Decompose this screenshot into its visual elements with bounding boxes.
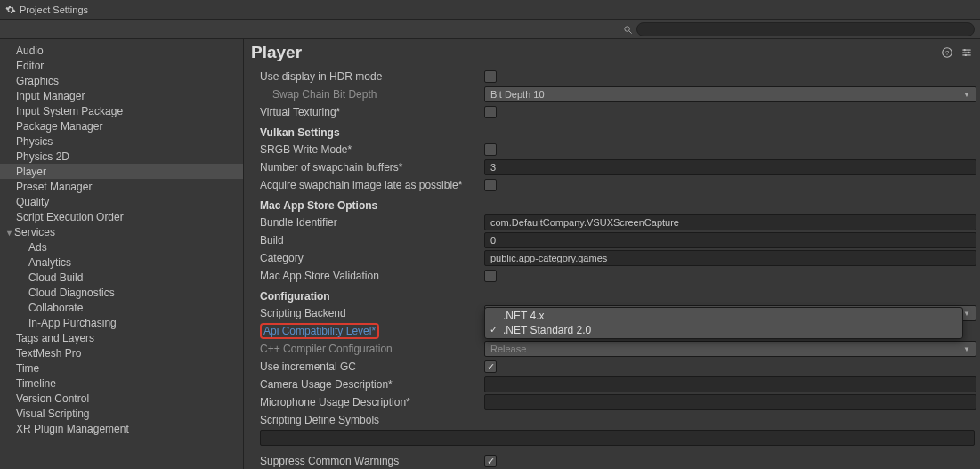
sidebar-item-audio[interactable]: Audio — [0, 43, 243, 58]
cpp-config-label: C++ Compiler Configuration — [260, 343, 484, 355]
chevron-down-icon: ▼ — [963, 91, 970, 99]
svg-point-8 — [968, 52, 969, 53]
gear-icon — [5, 4, 16, 15]
api-compat-dropdown: .NET 4.x.NET Standard 2.0 — [484, 307, 963, 339]
cpp-config-select: Release▼ — [484, 341, 976, 357]
mic-desc-input[interactable] — [484, 394, 976, 410]
sidebar-item-preset-manager[interactable]: Preset Manager — [0, 179, 243, 194]
sidebar-item-analytics[interactable]: Analytics — [0, 255, 243, 270]
svg-point-9 — [965, 54, 967, 56]
camera-desc-label: Camera Usage Description* — [260, 378, 484, 391]
svg-point-7 — [964, 49, 966, 51]
srgb-checkbox[interactable] — [484, 143, 497, 156]
api-compat-label: Api Compatibility Level* — [260, 323, 484, 339]
swapchain-buffers-label: Number of swapchain buffers* — [260, 161, 484, 174]
api-option--net-standard-2-0[interactable]: .NET Standard 2.0 — [485, 323, 962, 337]
expand-icon[interactable]: ▼ — [5, 229, 14, 238]
sidebar-item-tags-and-layers[interactable]: Tags and Layers — [0, 330, 243, 345]
category-input[interactable] — [484, 250, 976, 266]
use-hdr-checkbox[interactable] — [484, 70, 497, 83]
sidebar-item-xr-plugin-management[interactable]: XR Plugin Management — [0, 421, 243, 436]
sidebar-item-physics[interactable]: Physics — [0, 133, 243, 149]
sidebar-item-ads[interactable]: Ads — [0, 239, 243, 255]
swapchain-buffers-input[interactable] — [484, 159, 976, 175]
swap-chain-label: Swap Chain Bit Depth — [260, 88, 484, 101]
chevron-down-icon: ▼ — [963, 310, 970, 318]
bundle-id-label: Bundle Identifier — [260, 216, 484, 229]
virtual-texturing-label: Virtual Texturing* — [260, 106, 484, 118]
chevron-down-icon: ▼ — [963, 345, 970, 353]
sidebar-item-quality[interactable]: Quality — [0, 194, 243, 209]
sidebar-item-visual-scripting[interactable]: Visual Scripting — [0, 406, 243, 421]
window-title: Project Settings — [20, 4, 88, 15]
camera-desc-input[interactable] — [484, 376, 976, 392]
sidebar-item-input-manager[interactable]: Input Manager — [0, 88, 243, 103]
validation-checkbox[interactable] — [484, 270, 497, 282]
titlebar: Project Settings — [0, 0, 980, 20]
sidebar-item-player[interactable]: Player — [0, 164, 243, 179]
mac-header: Mac App Store Options — [260, 194, 976, 214]
vulkan-header: Vulkan Settings — [260, 121, 976, 141]
srgb-label: SRGB Write Mode* — [260, 143, 484, 156]
acquire-late-checkbox[interactable] — [484, 179, 497, 191]
preset-icon[interactable] — [960, 46, 973, 59]
sidebar-item-input-system-package[interactable]: Input System Package — [0, 103, 243, 118]
category-label: Category — [260, 252, 484, 264]
defines-input[interactable] — [260, 430, 975, 446]
sidebar-item-editor[interactable]: Editor — [0, 58, 243, 73]
defines-label: Scripting Define Symbols — [260, 414, 484, 426]
mic-desc-label: Microphone Usage Description* — [260, 396, 484, 408]
suppress-warnings-label: Suppress Common Warnings — [260, 455, 484, 467]
scripting-backend-label: Scripting Backend — [260, 307, 484, 319]
sidebar-item-in-app-purchasing[interactable]: In-App Purchasing — [0, 315, 243, 330]
search-input[interactable] — [636, 22, 975, 36]
bundle-id-input[interactable] — [484, 214, 976, 230]
build-input[interactable] — [484, 232, 976, 248]
search-icon — [623, 25, 633, 35]
sidebar-item-version-control[interactable]: Version Control — [0, 391, 243, 406]
sidebar-item-time[interactable]: Time — [0, 360, 243, 376]
sidebar-item-cloud-build[interactable]: Cloud Build — [0, 270, 243, 285]
svg-point-0 — [625, 26, 630, 30]
searchbar — [0, 20, 980, 39]
sidebar-item-script-execution-order[interactable]: Script Execution Order — [0, 209, 243, 224]
page-title: Player — [251, 43, 302, 62]
build-label: Build — [260, 234, 484, 247]
suppress-warnings-checkbox[interactable] — [484, 455, 497, 467]
sidebar-item-textmesh-pro[interactable]: TextMesh Pro — [0, 345, 243, 360]
swap-chain-select[interactable]: Bit Depth 10▼ — [484, 86, 976, 102]
incremental-gc-label: Use incremental GC — [260, 360, 484, 373]
sidebar-item-services[interactable]: ▼Services — [0, 224, 243, 239]
svg-text:?: ? — [945, 49, 949, 57]
sidebar-item-collaborate[interactable]: Collaborate — [0, 300, 243, 315]
use-hdr-label: Use display in HDR mode — [260, 70, 484, 83]
svg-line-1 — [629, 30, 632, 33]
sidebar-item-cloud-diagnostics[interactable]: Cloud Diagnostics — [0, 285, 243, 300]
virtual-texturing-checkbox[interactable] — [484, 106, 497, 118]
incremental-gc-checkbox[interactable] — [484, 360, 497, 373]
sidebar-item-physics-2d[interactable]: Physics 2D — [0, 149, 243, 164]
sidebar-item-package-manager[interactable]: Package Manager — [0, 118, 243, 133]
api-option--net-4-x[interactable]: .NET 4.x — [485, 309, 962, 323]
settings-sidebar: AudioEditorGraphicsInput ManagerInput Sy… — [0, 39, 244, 469]
sidebar-item-timeline[interactable]: Timeline — [0, 376, 243, 391]
validation-label: Mac App Store Validation — [260, 270, 484, 282]
help-icon[interactable]: ? — [941, 46, 953, 59]
config-header: Configuration — [260, 285, 976, 304]
sidebar-item-graphics[interactable]: Graphics — [0, 73, 243, 88]
acquire-late-label: Acquire swapchain image late as possible… — [260, 179, 484, 191]
